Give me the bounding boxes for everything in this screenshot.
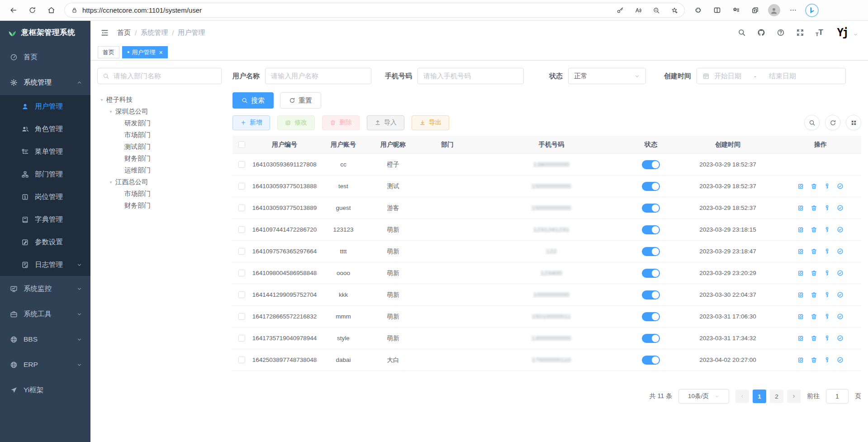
- browser-bing-button[interactable]: [804, 3, 820, 18]
- reset-password-icon[interactable]: [824, 226, 830, 233]
- address-bar[interactable]: https://ccnetcore.com:1101/system/user: [64, 3, 685, 18]
- assign-role-icon[interactable]: [837, 226, 844, 233]
- username-input[interactable]: 请输入用户名称: [265, 68, 371, 84]
- tree-node-财务部门[interactable]: 财务部门: [97, 200, 222, 211]
- sidebar-item-系统工具[interactable]: 系统工具: [0, 301, 90, 327]
- prev-page-button[interactable]: [735, 390, 749, 403]
- breadcrumb-item[interactable]: 首页: [117, 29, 131, 37]
- edit-icon[interactable]: [797, 183, 804, 190]
- import-button[interactable]: 导入: [367, 115, 404, 130]
- tree-node-测试部门[interactable]: 测试部门: [97, 141, 222, 152]
- reset-password-icon[interactable]: [824, 356, 830, 363]
- text-size-icon[interactable]: TT: [816, 28, 823, 37]
- status-toggle[interactable]: [642, 225, 660, 234]
- status-toggle[interactable]: [642, 269, 660, 278]
- status-toggle[interactable]: [642, 182, 660, 191]
- delete-icon[interactable]: [811, 270, 817, 276]
- edit-icon[interactable]: [797, 335, 804, 342]
- row-checkbox[interactable]: [238, 270, 245, 276]
- collapse-sidebar-icon[interactable]: [100, 29, 109, 37]
- edit-icon[interactable]: [797, 248, 804, 255]
- delete-icon[interactable]: [811, 226, 817, 233]
- read-aloud-icon[interactable]: [635, 7, 642, 14]
- row-checkbox[interactable]: [238, 335, 245, 342]
- sidebar-item-字典管理[interactable]: 字典管理: [0, 208, 90, 231]
- status-toggle[interactable]: [642, 356, 660, 365]
- github-icon[interactable]: [757, 29, 765, 37]
- sidebar-item-ERP[interactable]: ERP: [0, 352, 90, 377]
- status-toggle[interactable]: [642, 312, 660, 321]
- delete-icon[interactable]: [811, 291, 817, 298]
- browser-split-screen-button[interactable]: [709, 3, 725, 18]
- toggle-search-button[interactable]: [804, 115, 820, 130]
- status-toggle[interactable]: [642, 160, 660, 169]
- page-button-2[interactable]: 2: [770, 390, 783, 403]
- assign-role-icon[interactable]: [837, 335, 844, 342]
- row-checkbox[interactable]: [238, 356, 245, 363]
- department-search-input[interactable]: 请输入部门名称: [97, 68, 222, 84]
- edit-icon[interactable]: [797, 226, 804, 233]
- reset-password-icon[interactable]: [824, 335, 830, 342]
- assign-role-icon[interactable]: [837, 183, 844, 190]
- reset-password-icon[interactable]: [824, 313, 830, 320]
- assign-role-icon[interactable]: [837, 291, 844, 298]
- sidebar-item-部门管理[interactable]: 部门管理: [0, 163, 90, 185]
- sidebar-item-岗位管理[interactable]: 岗位管理: [0, 185, 90, 208]
- help-icon[interactable]: [777, 29, 785, 37]
- sidebar-item-参数设置[interactable]: 参数设置: [0, 231, 90, 253]
- status-toggle[interactable]: [642, 247, 660, 256]
- row-checkbox[interactable]: [238, 291, 245, 298]
- delete-icon[interactable]: [811, 356, 817, 363]
- date-range-picker[interactable]: 开始日期 - 结束日期: [697, 68, 846, 84]
- delete-icon[interactable]: [811, 248, 817, 255]
- row-checkbox[interactable]: [238, 183, 245, 190]
- page-button-1[interactable]: 1: [753, 390, 766, 403]
- row-checkbox[interactable]: [238, 161, 245, 168]
- select-all-checkbox[interactable]: [238, 141, 245, 148]
- reset-password-icon[interactable]: [824, 291, 830, 298]
- header-search-icon[interactable]: [738, 29, 746, 37]
- tree-node-研发部门[interactable]: 研发部门: [97, 117, 222, 129]
- browser-refresh-button[interactable]: [24, 3, 40, 18]
- sidebar-item-BBS[interactable]: BBS: [0, 327, 90, 352]
- delete-icon[interactable]: [811, 335, 817, 342]
- user-menu[interactable]: Yj: [835, 25, 858, 40]
- column-settings-button[interactable]: [846, 115, 861, 130]
- browser-more-button[interactable]: [785, 3, 801, 18]
- tree-node-江西总公司[interactable]: ▾江西总公司: [97, 176, 222, 188]
- row-checkbox[interactable]: [238, 226, 245, 233]
- sidebar-item-系统管理[interactable]: 系统管理: [0, 70, 90, 95]
- assign-role-icon[interactable]: [837, 204, 844, 211]
- status-toggle[interactable]: [642, 290, 660, 299]
- browser-collections-button[interactable]: [747, 3, 763, 18]
- export-button[interactable]: 导出: [412, 115, 449, 130]
- edit-button[interactable]: 修改: [277, 115, 315, 130]
- edit-icon[interactable]: [797, 270, 804, 276]
- assign-role-icon[interactable]: [837, 248, 844, 255]
- delete-button[interactable]: 删除: [322, 115, 360, 130]
- status-select[interactable]: 正常: [568, 68, 646, 84]
- delete-icon[interactable]: [811, 183, 817, 190]
- status-toggle[interactable]: [642, 204, 660, 213]
- add-favorite-icon[interactable]: [671, 7, 678, 14]
- sidebar-item-日志管理[interactable]: 日志管理: [0, 253, 90, 276]
- assign-role-icon[interactable]: [837, 313, 844, 320]
- zoom-out-icon[interactable]: [653, 7, 660, 14]
- row-checkbox[interactable]: [238, 248, 245, 255]
- reset-password-icon[interactable]: [824, 183, 830, 190]
- assign-role-icon[interactable]: [837, 356, 844, 363]
- reset-button[interactable]: 重置: [280, 92, 321, 109]
- sidebar-item-角色管理[interactable]: 角色管理: [0, 118, 90, 140]
- delete-icon[interactable]: [811, 313, 817, 320]
- sidebar-item-系统监控[interactable]: 系统监控: [0, 276, 90, 301]
- search-button[interactable]: 搜索: [232, 92, 274, 109]
- tab-首页[interactable]: 首页: [98, 46, 119, 58]
- assign-role-icon[interactable]: [837, 270, 844, 276]
- page-size-select[interactable]: 10条/页: [678, 389, 729, 404]
- add-button[interactable]: 新增: [232, 115, 270, 130]
- tree-node-橙子科技[interactable]: ▾橙子科技: [97, 94, 222, 105]
- row-checkbox[interactable]: [238, 204, 245, 211]
- status-toggle[interactable]: [642, 334, 660, 343]
- tree-node-财务部门[interactable]: 财务部门: [97, 152, 222, 164]
- browser-home-button[interactable]: [43, 3, 59, 18]
